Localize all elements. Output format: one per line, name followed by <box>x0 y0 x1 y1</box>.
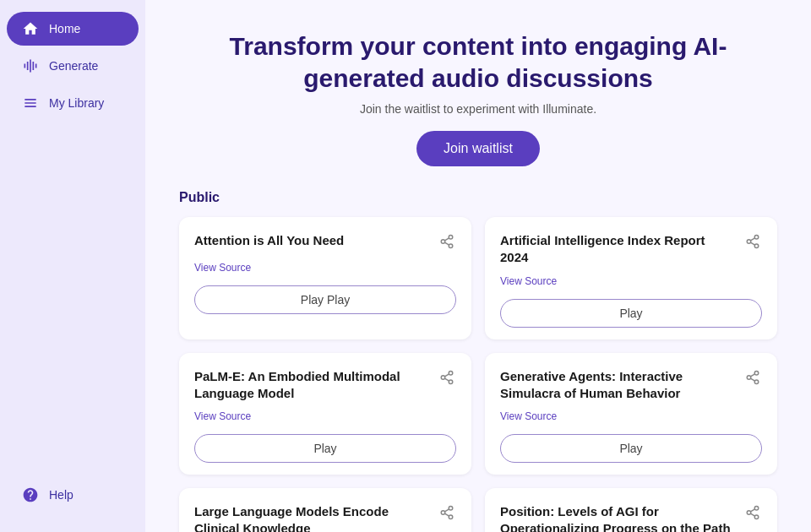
sidebar-item-home-label: Home <box>49 22 80 35</box>
svg-point-15 <box>754 371 759 375</box>
card-header-2: Artificial Intelligence Index Report 202… <box>500 232 762 267</box>
public-section: Public Attention is All You Need View So… <box>179 190 777 532</box>
view-source-1[interactable]: View Source <box>194 262 456 274</box>
sidebar-item-generate[interactable]: Generate <box>7 49 139 83</box>
join-waitlist-button[interactable]: Join waitlist <box>416 131 540 166</box>
play-button-1[interactable]: Play Play <box>194 285 456 314</box>
play-button-4[interactable]: Play <box>500 434 762 463</box>
share-button-4[interactable] <box>743 368 762 389</box>
card-generative-agents: Generative Agents: Interactive Simulacra… <box>485 353 777 475</box>
card-header-5: Large Language Models Encode Clinical Kn… <box>194 503 456 532</box>
svg-line-13 <box>444 378 449 381</box>
view-source-4[interactable]: View Source <box>500 410 762 422</box>
play-button-3[interactable]: Play <box>194 434 456 463</box>
share-button-3[interactable] <box>438 368 456 389</box>
card-llm-clinical: Large Language Models Encode Clinical Kn… <box>179 488 471 532</box>
card-title-4: Generative Agents: Interactive Simulacra… <box>500 368 743 403</box>
library-icon <box>22 95 39 111</box>
card-header-1: Attention is All You Need <box>194 232 456 253</box>
svg-point-11 <box>441 375 445 379</box>
sidebar: Home Generate My Library Help <box>0 0 145 532</box>
svg-point-26 <box>747 511 751 515</box>
svg-point-0 <box>449 236 453 240</box>
share-button-6[interactable] <box>743 503 762 524</box>
card-attention: Attention is All You Need View Source Pl… <box>179 217 471 339</box>
sidebar-item-home[interactable]: Home <box>7 12 139 46</box>
sidebar-item-help[interactable]: Help <box>7 478 139 512</box>
svg-point-2 <box>449 244 453 248</box>
svg-point-1 <box>441 240 445 244</box>
svg-line-23 <box>444 513 449 516</box>
card-title-3: PaLM-E: An Embodied Multimodal Language … <box>194 368 438 403</box>
home-icon <box>22 20 39 37</box>
svg-point-20 <box>449 507 453 511</box>
svg-line-9 <box>750 238 754 241</box>
svg-point-7 <box>754 244 759 248</box>
svg-point-16 <box>747 375 751 379</box>
svg-line-19 <box>750 373 754 376</box>
svg-line-28 <box>750 513 754 516</box>
card-palm-e: PaLM-E: An Embodied Multimodal Language … <box>179 353 471 475</box>
svg-point-27 <box>754 515 759 519</box>
share-button-1[interactable] <box>438 232 456 253</box>
svg-point-21 <box>441 511 445 515</box>
svg-point-12 <box>449 380 453 384</box>
svg-line-4 <box>444 238 449 241</box>
svg-point-6 <box>747 240 751 244</box>
sidebar-item-generate-label: Generate <box>49 59 98 73</box>
svg-line-14 <box>444 373 449 376</box>
svg-point-10 <box>449 371 453 375</box>
svg-line-8 <box>750 242 754 245</box>
svg-point-17 <box>754 380 759 384</box>
card-ai-index: Artificial Intelligence Index Report 202… <box>485 217 777 339</box>
svg-point-25 <box>754 507 759 511</box>
main-content: Transform your content into engaging AI-… <box>145 0 811 532</box>
cards-grid: Attention is All You Need View Source Pl… <box>179 217 777 532</box>
card-agi-levels: Position: Levels of AGI for Operationali… <box>485 488 777 532</box>
svg-line-18 <box>750 378 754 381</box>
svg-line-29 <box>750 509 754 512</box>
card-header-6: Position: Levels of AGI for Operationali… <box>500 503 762 532</box>
view-source-2[interactable]: View Source <box>500 275 762 287</box>
public-section-label: Public <box>179 190 777 205</box>
card-title-2: Artificial Intelligence Index Report 202… <box>500 232 743 267</box>
card-title-6: Position: Levels of AGI for Operationali… <box>500 503 743 532</box>
share-button-5[interactable] <box>438 503 456 524</box>
hero-title: Transform your content into engaging AI-… <box>179 30 777 94</box>
hero-section: Transform your content into engaging AI-… <box>179 30 777 166</box>
share-button-2[interactable] <box>743 232 762 253</box>
card-title-1: Attention is All You Need <box>194 232 438 249</box>
hero-subtitle: Join the waitlist to experiment with Ill… <box>179 102 777 116</box>
help-icon <box>22 486 39 503</box>
svg-point-5 <box>754 236 759 240</box>
play-button-2[interactable]: Play <box>500 299 762 328</box>
card-title-5: Large Language Models Encode Clinical Kn… <box>194 503 438 532</box>
svg-line-3 <box>444 242 449 245</box>
sidebar-item-help-label: Help <box>49 488 73 502</box>
view-source-3[interactable]: View Source <box>194 410 456 422</box>
svg-line-24 <box>444 509 449 512</box>
card-header-4: Generative Agents: Interactive Simulacra… <box>500 368 762 403</box>
svg-point-22 <box>449 515 453 519</box>
waveform-icon <box>22 57 39 74</box>
card-header-3: PaLM-E: An Embodied Multimodal Language … <box>194 368 456 403</box>
sidebar-item-library-label: My Library <box>49 96 104 110</box>
sidebar-item-library[interactable]: My Library <box>7 86 139 120</box>
